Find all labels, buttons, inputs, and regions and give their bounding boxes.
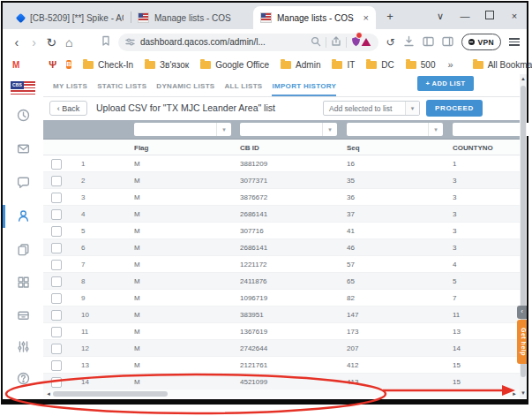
table-row[interactable]: 9M1096719827: [43, 290, 520, 306]
zoom-icon[interactable]: [311, 34, 321, 50]
table-row[interactable]: 8M2411876655: [43, 273, 520, 290]
share-icon[interactable]: [331, 34, 341, 50]
tab-search-icon[interactable]: ∨: [428, 11, 453, 22]
browser-tab-1[interactable]: [CB-5209] [**] Spike - ACTION: [8, 6, 131, 29]
split-view-icon[interactable]: [423, 34, 434, 50]
row-skip-checkbox[interactable]: [51, 310, 62, 321]
nav-tab-my-lists[interactable]: MY LISTS: [53, 82, 87, 96]
help-icon[interactable]: [16, 371, 31, 386]
table-row[interactable]: 5M307716413: [43, 223, 520, 239]
row-skip-checkbox[interactable]: [51, 327, 62, 337]
collapse-help-icon[interactable]: ‹: [517, 306, 527, 319]
row-number: 8: [81, 277, 85, 285]
home-icon[interactable]: ⌂: [60, 35, 78, 49]
row-skip-checkbox[interactable]: [51, 226, 62, 237]
gmail-bookmark-icon[interactable]: M: [12, 60, 19, 70]
url-text[interactable]: dashboard.qacos.com/admin/l...: [140, 37, 305, 47]
proceed-button[interactable]: PROCEED: [426, 100, 483, 117]
jira-bookmark-icon[interactable]: [37, 62, 42, 67]
row-skip-checkbox[interactable]: [51, 293, 62, 304]
maximize-button[interactable]: [477, 11, 502, 21]
minimize-button[interactable]: —: [453, 11, 477, 21]
browser-tab-2[interactable]: Manage lists - COS: [131, 6, 253, 29]
close-window-button[interactable]: ×: [502, 11, 527, 21]
nav-tab-all-lists[interactable]: ALL LISTS: [224, 82, 262, 96]
download-icon[interactable]: [403, 34, 415, 50]
row-skip-checkbox[interactable]: [51, 344, 62, 354]
vpn-button[interactable]: VPN: [461, 34, 501, 50]
browser-tab-3[interactable]: Manage lists - COS×: [253, 6, 376, 29]
row-skip-checkbox[interactable]: [51, 276, 62, 287]
nav-tab-dynamic-lists[interactable]: DYNAMIC LISTS: [156, 82, 214, 96]
scrollbar-corner-down-icon[interactable]: ▼: [520, 390, 527, 397]
users-icon[interactable]: [16, 208, 31, 223]
row-skip-checkbox[interactable]: [51, 377, 62, 388]
horizontal-scrollbar-thumb[interactable]: [53, 391, 168, 397]
archive-icon[interactable]: [16, 307, 31, 322]
bookmark-folder-2[interactable]: Зв'язок: [145, 60, 189, 70]
scroll-right-icon[interactable]: ▸: [509, 390, 520, 397]
chat-icon[interactable]: [16, 175, 31, 190]
back-button[interactable]: ‹ Back: [49, 101, 87, 116]
bookmark-icon[interactable]: [101, 34, 111, 50]
table-row[interactable]: 4M2686141373: [43, 206, 520, 223]
pin-bookmark-icon[interactable]: Ψ: [49, 59, 56, 70]
row-skip-checkbox[interactable]: [51, 209, 62, 220]
all-bookmarks-button[interactable]: All Bookmarks: [473, 60, 532, 70]
blogger-bookmark-icon[interactable]: B: [66, 60, 71, 69]
tab-title: Manage lists - COS: [154, 13, 246, 23]
clock-icon[interactable]: [16, 108, 31, 123]
cbs-logo[interactable]: CBS: [11, 81, 35, 96]
forward-icon[interactable]: ›: [26, 35, 43, 49]
omnibox[interactable]: dashboard.qacos.com/admin/l...: [118, 34, 378, 51]
table-row[interactable]: 1M3881209161: [43, 155, 520, 172]
extension-swirl-icon[interactable]: ↺: [386, 36, 395, 49]
bookmark-folder-6[interactable]: DC: [366, 60, 393, 70]
add-selected-dropdown[interactable]: Add selected to list ▾: [323, 101, 420, 116]
mail-icon[interactable]: [16, 141, 31, 156]
bookmark-folder-5[interactable]: IT: [332, 60, 355, 70]
back-icon[interactable]: ‹: [8, 35, 26, 49]
row-skip-checkbox[interactable]: [51, 193, 62, 203]
horizontal-scrollbar[interactable]: ◂ ▸: [43, 390, 520, 397]
shield-extension-icon[interactable]: [351, 34, 361, 50]
table-row[interactable]: 7M1221172574: [43, 256, 520, 273]
bookmarks-overflow-icon[interactable]: »: [448, 59, 453, 70]
menu-icon[interactable]: [509, 36, 520, 48]
column-map-select-1[interactable]: ▾: [134, 123, 231, 136]
table-row[interactable]: 14M452109941315: [43, 374, 520, 390]
site-settings-icon[interactable]: [125, 34, 135, 50]
table-row[interactable]: 12M274264420714: [43, 340, 520, 357]
cell-seq: 413: [347, 378, 358, 386]
row-skip-checkbox[interactable]: [51, 176, 62, 186]
bookmark-folder-7[interactable]: 500: [406, 60, 436, 70]
table-row[interactable]: 11M136761917313: [43, 323, 520, 340]
column-map-select-3[interactable]: ▾: [347, 123, 443, 136]
add-list-button[interactable]: + ADD LIST: [417, 76, 474, 91]
tab-close-icon[interactable]: ×: [363, 13, 369, 22]
bookmark-folder-3[interactable]: Google Office: [200, 60, 269, 70]
row-skip-checkbox[interactable]: [51, 243, 62, 253]
table-row[interactable]: 2M3077371353: [43, 172, 520, 189]
row-number: 3: [81, 193, 85, 201]
get-help-tab[interactable]: Get help: [517, 320, 527, 364]
new-tab-button[interactable]: +: [383, 10, 397, 24]
bookmark-folder-4[interactable]: Admin: [281, 60, 320, 70]
scroll-up-icon[interactable]: ▲: [520, 76, 527, 81]
bookmark-folder-1[interactable]: Check-In: [83, 60, 133, 70]
grid-icon[interactable]: [16, 275, 31, 290]
table-row[interactable]: 10M38395114711: [43, 306, 520, 323]
nav-tab-import-history[interactable]: IMPORT HISTORY: [272, 82, 336, 96]
side-panel-icon[interactable]: [442, 34, 453, 50]
sliders-icon[interactable]: [16, 339, 31, 354]
table-row[interactable]: 3M3876672363: [43, 189, 520, 206]
reload-icon[interactable]: ↻: [43, 35, 61, 49]
row-skip-checkbox[interactable]: [51, 159, 62, 170]
copy-icon[interactable]: [16, 242, 31, 257]
table-row[interactable]: 13M212176141215: [43, 357, 520, 374]
row-skip-checkbox[interactable]: [51, 260, 62, 270]
row-skip-checkbox[interactable]: [51, 360, 62, 371]
table-row[interactable]: 6M2686141463: [43, 239, 520, 256]
nav-tab-static-lists[interactable]: STATIC LISTS: [97, 82, 146, 96]
column-map-select-2[interactable]: ▾: [240, 123, 337, 136]
